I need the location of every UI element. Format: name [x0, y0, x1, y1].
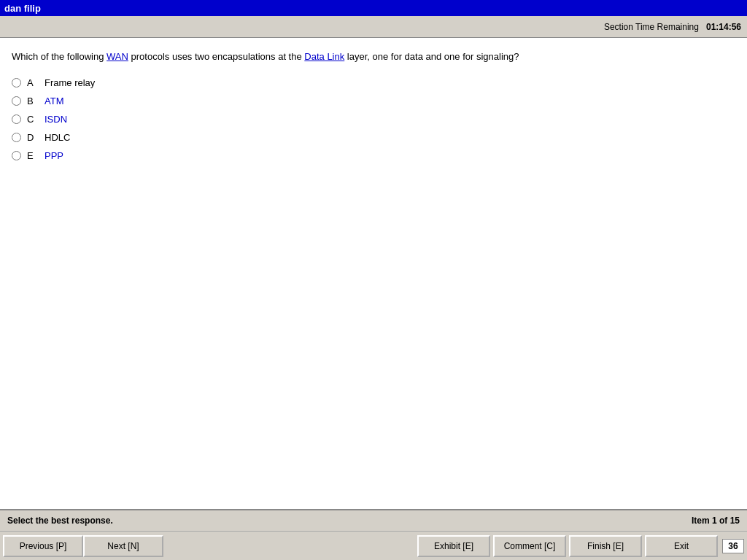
exhibit-button[interactable]: Exhibit [E]: [417, 535, 490, 557]
option-letter-d: D: [27, 132, 39, 143]
option-text-e[interactable]: PPP: [44, 150, 63, 161]
timer-bar: Section Time Remaining 01:14:56: [0, 16, 747, 38]
highlight-data-link: Data Link: [304, 51, 344, 62]
timer-value: 01:14:56: [706, 22, 741, 32]
radio-a[interactable]: [12, 78, 21, 88]
previous-button[interactable]: Previous [P]: [3, 535, 83, 557]
title-bar: dan filip: [0, 0, 747, 16]
option-row-c: C ISDN: [12, 114, 735, 125]
item-number-badge: 36: [722, 539, 744, 553]
radio-b[interactable]: [12, 96, 21, 106]
option-text-a[interactable]: Frame relay: [44, 77, 95, 88]
username-label: dan filip: [4, 3, 41, 14]
status-left: Select the best response.: [7, 516, 113, 526]
option-letter-c: C: [27, 114, 39, 125]
option-letter-a: A: [27, 77, 39, 88]
option-row-b: B ATM: [12, 96, 735, 106]
option-text-b[interactable]: ATM: [44, 96, 63, 106]
option-row-a: A Frame relay: [12, 77, 735, 88]
status-center: Item 1 of 15: [692, 516, 740, 526]
content-area: Which of the following WAN protocols use…: [0, 38, 747, 509]
option-letter-b: B: [27, 96, 39, 106]
comment-button[interactable]: Comment [C]: [493, 535, 566, 557]
radio-d[interactable]: [12, 133, 21, 142]
radio-c[interactable]: [12, 114, 21, 124]
highlight-wan: WAN: [107, 51, 128, 62]
finish-button[interactable]: Finish [E]: [569, 535, 642, 557]
option-text-d[interactable]: HDLC: [44, 132, 70, 143]
next-button[interactable]: Next [N]: [83, 535, 163, 557]
option-row-e: E PPP: [12, 150, 735, 161]
option-letter-e: E: [27, 150, 39, 161]
status-bar: Select the best response. Item 1 of 15: [0, 509, 747, 531]
radio-e[interactable]: [12, 151, 21, 160]
button-bar: Previous [P] Next [N] Exhibit [E] Commen…: [0, 531, 747, 560]
timer-label: Section Time Remaining: [604, 22, 699, 32]
question-text: Which of the following WAN protocols use…: [12, 50, 735, 64]
exit-button[interactable]: Exit: [645, 535, 718, 557]
option-text-c[interactable]: ISDN: [44, 114, 67, 125]
option-row-d: D HDLC: [12, 132, 735, 143]
